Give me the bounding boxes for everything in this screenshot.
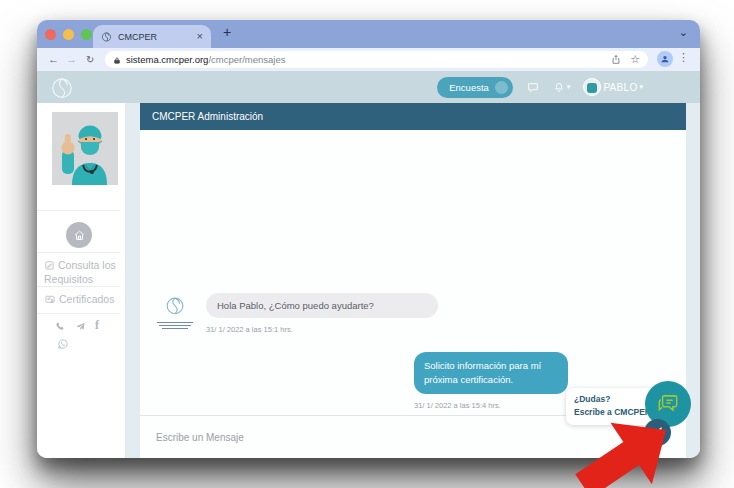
omnibox-actions: ☆ xyxy=(611,51,640,69)
survey-badge xyxy=(495,81,508,94)
sidebar-item-certificados[interactable]: Certificados xyxy=(44,292,120,306)
url-domain: sistema.cmcper.org xyxy=(126,54,208,65)
logo-caption xyxy=(154,322,196,330)
divider xyxy=(37,313,120,314)
browser-toolbar: ← → ↻ sistema.cmcper.org/cmcper/mensajes… xyxy=(37,48,700,71)
incoming-message: Hola Pablo, ¿Cómo puedo ayudarte? 31/ 1/… xyxy=(154,293,438,334)
message-input[interactable] xyxy=(154,431,624,444)
tab-close-icon[interactable]: × xyxy=(197,31,203,42)
edit-note-icon xyxy=(44,260,55,271)
social-links: f xyxy=(55,318,99,336)
browser-tab[interactable]: CMCPER × xyxy=(93,25,211,48)
lock-icon xyxy=(113,51,121,69)
telegram-icon[interactable] xyxy=(75,318,86,336)
message-timestamp: 31/ 1/ 2022 a las 15:4 hrs. xyxy=(414,401,568,410)
survey-button[interactable]: Encuesta xyxy=(437,77,513,98)
cmcper-avatar xyxy=(154,293,196,329)
message-bubble: Solicito información para mí próxima cer… xyxy=(414,352,568,394)
chat-title: CMCPER Administración xyxy=(140,103,686,130)
notifications-bell[interactable]: ▾ xyxy=(553,81,571,94)
sidebar-item-label: Certificados xyxy=(59,293,114,305)
tab-strip: CMCPER × + ⌄ xyxy=(37,20,700,48)
minimize-window-button[interactable] xyxy=(63,29,74,40)
window-controls xyxy=(45,29,92,40)
screenshot-canvas: { "browser": { "tab_title": "CMCPER", "u… xyxy=(0,0,734,488)
user-name: PABLO xyxy=(603,82,637,93)
home-button[interactable] xyxy=(66,222,92,248)
browser-profile-avatar[interactable] xyxy=(657,51,673,67)
app-header: Encuesta ▾ PABLO ▾ xyxy=(37,71,700,103)
facebook-icon[interactable]: f xyxy=(95,318,99,336)
profile-photo xyxy=(52,112,118,185)
reload-icon[interactable]: ↻ xyxy=(86,52,94,67)
zoom-window-button[interactable] xyxy=(81,29,92,40)
sidebar: Consulta los Requisitos Certificados f xyxy=(37,103,126,458)
forward-icon[interactable]: → xyxy=(66,52,77,67)
share-icon[interactable] xyxy=(611,51,621,69)
divider xyxy=(37,210,120,211)
outgoing-message: Solicito información para mí próxima cer… xyxy=(414,352,568,410)
address-bar[interactable]: sistema.cmcper.org/cmcper/mensajes ☆ xyxy=(105,51,648,68)
message-bubble: Hola Pablo, ¿Cómo puedo ayudarte? xyxy=(206,293,438,318)
cmcper-logo-icon xyxy=(164,294,186,316)
sidebar-item-requisitos[interactable]: Consulta los Requisitos xyxy=(44,258,120,286)
bell-caret-icon: ▾ xyxy=(567,83,571,91)
messages-icon[interactable] xyxy=(526,81,540,94)
whatsapp-icon[interactable] xyxy=(57,336,69,354)
bookmark-star-icon[interactable]: ☆ xyxy=(630,54,640,65)
message-timestamp: 31/ 1/ 2022 a las 15:1 hrs. xyxy=(206,325,438,334)
url-text: sistema.cmcper.org/cmcper/mensajes xyxy=(126,54,606,65)
url-path: /cmcper/mensajes xyxy=(208,54,285,65)
new-tab-button[interactable]: + xyxy=(223,24,231,40)
user-caret-icon: ▾ xyxy=(639,83,643,91)
close-window-button[interactable] xyxy=(45,29,56,40)
user-menu[interactable]: PABLO ▾ xyxy=(583,78,643,96)
phone-icon[interactable] xyxy=(55,318,66,336)
cmcper-header-logo-icon xyxy=(49,74,75,104)
cmcper-logo-icon xyxy=(101,31,112,42)
certificate-icon xyxy=(44,294,56,305)
tab-title: CMCPER xyxy=(118,32,191,42)
browser-menu-icon[interactable]: ⋮ xyxy=(678,51,689,64)
user-avatar xyxy=(583,78,601,96)
back-icon[interactable]: ← xyxy=(48,52,59,67)
survey-button-label: Encuesta xyxy=(449,82,489,93)
divider xyxy=(37,286,120,287)
tab-list-chevron-icon[interactable]: ⌄ xyxy=(679,26,688,39)
divider xyxy=(37,252,120,253)
annotation-arrow xyxy=(558,372,700,488)
